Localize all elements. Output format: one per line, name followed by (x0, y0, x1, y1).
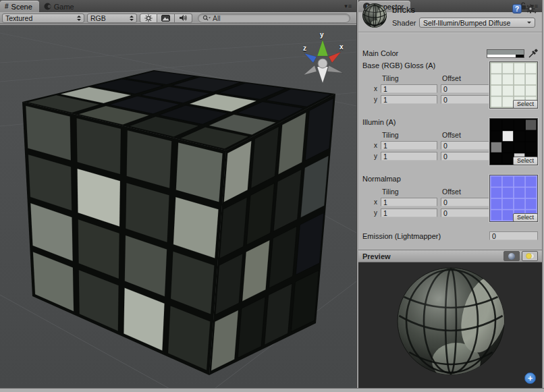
normalmap-select-button[interactable]: Select (513, 213, 538, 222)
tiling-header: Tiling (381, 188, 437, 196)
tiling-header: Tiling (381, 131, 437, 139)
base-select-button[interactable]: Select (513, 100, 538, 109)
svg-text:y: y (320, 31, 324, 38)
draw-mode-value: Textured (5, 14, 74, 22)
normalmap-texture-thumbnail[interactable]: Select (489, 175, 538, 222)
normal-tiling-y-field[interactable] (381, 208, 437, 217)
chevron-down-icon (527, 22, 531, 26)
lighting-icon (525, 252, 535, 260)
base-offset-x-field[interactable] (441, 84, 493, 93)
game-icon (44, 3, 51, 10)
texture-section-normalmap: Normalmap Tiling Offset x y Select (362, 175, 538, 222)
svg-text:x: x (339, 43, 344, 51)
illumin-tiling-y-field[interactable] (381, 152, 437, 161)
preview-lighting-button[interactable] (522, 251, 538, 261)
main-color-swatch[interactable] (487, 49, 524, 58)
add-preview-icon[interactable]: + (524, 372, 536, 384)
y-axis-label: y (371, 209, 377, 217)
alpha-bar (487, 55, 524, 57)
color-value (487, 50, 524, 55)
normal-tiling-x-field[interactable] (381, 198, 437, 206)
audio-toggle-button[interactable] (175, 13, 192, 23)
main-color-row: Main Color (362, 48, 538, 59)
material-sphere-thumbnail[interactable] (362, 3, 387, 28)
material-properties: Main Color Base (RGB) Gloss (A) (358, 45, 542, 240)
shader-value: Self-Illumin/Bumped Diffuse (423, 19, 527, 27)
tab-game[interactable]: Game (39, 1, 81, 12)
shader-dropdown[interactable]: Self-Illumin/Bumped Diffuse (419, 18, 535, 28)
preview-title: Preview (362, 252, 501, 260)
material-header: bricks ? S (358, 0, 542, 32)
normal-offset-x-field[interactable] (441, 198, 493, 206)
render-mode-value: RGB (90, 14, 127, 22)
base-tiling-x-field[interactable] (381, 84, 437, 93)
preview-header[interactable]: Preview (358, 250, 542, 262)
updown-arrows-icon (77, 13, 81, 23)
eyedropper-icon[interactable] (528, 49, 538, 59)
scene-3d-canvas[interactable]: yxz (0, 25, 356, 388)
x-axis-label: x (371, 142, 377, 149)
tiling-header: Tiling (381, 74, 437, 82)
lighting-toggle-button[interactable] (140, 13, 157, 23)
skybox-toggle-button[interactable] (157, 13, 175, 23)
window-edge-bottom[interactable] (0, 388, 544, 392)
preview-sphere (358, 262, 542, 388)
illumin-tiling-x-field[interactable] (381, 141, 437, 150)
texture-section-base: Base (RGB) Gloss (A) Tiling Offset x y S… (362, 61, 538, 109)
illumin-offset-y-field[interactable] (441, 152, 493, 161)
speaker-icon (179, 14, 188, 22)
scene-view-toggles (140, 13, 192, 23)
tab-scene[interactable]: # Scene (0, 1, 39, 12)
scene-pane-menu-icon[interactable]: ▾≡ (340, 3, 356, 9)
draw-mode-dropdown[interactable]: Textured (2, 13, 84, 23)
scene-grid-icon: # (5, 3, 9, 10)
scene-pane: # Scene Game ▾≡ Textured RGB (0, 0, 356, 388)
offset-header: Offset (441, 188, 493, 196)
preview-sphere-button[interactable] (504, 251, 520, 261)
emission-row: Emission (Lightmapper) (362, 231, 538, 240)
base-tiling-y-field[interactable] (381, 95, 437, 104)
gear-icon[interactable] (526, 4, 537, 13)
offset-header: Offset (441, 74, 493, 82)
x-axis-label: x (371, 198, 377, 206)
illumin-offset-x-field[interactable] (441, 141, 493, 150)
inspector-pane: i Inspector ▾≡ bricks ? (358, 0, 542, 388)
svg-text:z: z (303, 45, 306, 52)
scene-toolbar: Textured RGB (0, 12, 356, 24)
base-offset-y-field[interactable] (441, 95, 493, 104)
illumin-texture-thumbnail[interactable]: Select (489, 118, 538, 165)
scene-viewport[interactable]: yxz (0, 25, 356, 388)
sphere-icon (508, 252, 516, 260)
emission-label: Emission (Lightmapper) (362, 232, 489, 240)
preview-canvas[interactable]: + (358, 262, 542, 388)
scene-search-input[interactable] (211, 14, 346, 22)
illumin-select-button[interactable]: Select (513, 157, 538, 165)
unity-editor-window: # Scene Game ▾≡ Textured RGB (0, 0, 544, 392)
x-axis-label: x (371, 85, 377, 92)
scene-tabbar: # Scene Game ▾≡ (0, 0, 356, 12)
tab-scene-label: Scene (11, 3, 32, 11)
shader-label: Shader (392, 19, 419, 27)
normal-offset-y-field[interactable] (441, 208, 493, 217)
scene-search-field[interactable] (198, 13, 350, 23)
y-axis-label: y (371, 96, 377, 103)
texture-section-illumin: Illumin (A) Tiling Offset x y Select (362, 118, 538, 165)
sun-icon (144, 14, 153, 22)
material-name: bricks (392, 5, 415, 15)
preview-panel: Preview + (358, 250, 542, 388)
tab-game-label: Game (54, 3, 74, 11)
updown-arrows-icon (130, 13, 134, 23)
help-icon[interactable]: ? (512, 4, 522, 13)
base-texture-thumbnail[interactable]: Select (489, 61, 538, 109)
main-color-label: Main Color (362, 49, 487, 57)
offset-header: Offset (441, 131, 493, 139)
render-mode-dropdown[interactable]: RGB (87, 13, 137, 23)
y-axis-label: y (371, 152, 377, 160)
emission-field[interactable] (489, 231, 538, 240)
search-icon (202, 15, 211, 22)
image-icon (161, 15, 170, 22)
